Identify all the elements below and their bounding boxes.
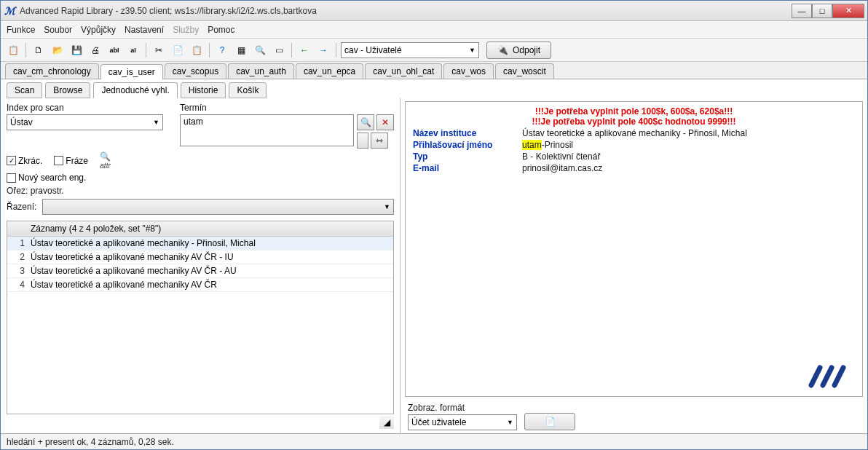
tab-cav-woscit[interactable]: cav_woscit <box>495 63 554 79</box>
plug-icon: 🔌 <box>497 45 508 55</box>
records-header-text: Záznamy (4 z 4 položek, set "#8") <box>31 224 161 234</box>
maximize-button[interactable]: □ <box>812 4 832 18</box>
newengine-label: Nový search eng. <box>18 173 86 183</box>
inst-value: Ústav teoretické a aplikované mechaniky … <box>522 128 747 138</box>
statusbar: hledání + present ok, 4 záznamů, 0,28 se… <box>1 433 867 449</box>
record-row[interactable]: 3 Ústav teoretické a aplikované mechanik… <box>7 264 393 278</box>
chevron-down-icon: ▼ <box>384 203 390 210</box>
copy-icon: 📄 <box>545 417 556 427</box>
zoom-icon[interactable]: 🔍 <box>252 42 268 58</box>
phrase-label: Fráze <box>66 156 88 166</box>
sort-select[interactable]: ▼ <box>42 199 394 215</box>
tab-cav-scopus[interactable]: cav_scopus <box>165 63 226 79</box>
cut-icon[interactable]: ✂ <box>151 42 167 58</box>
login-rest: -Prinosil <box>542 140 573 150</box>
status-text: hledání + present ok, 4 záznamů, 0,28 se… <box>7 437 174 447</box>
open-icon[interactable]: 📂 <box>50 42 66 58</box>
close-button[interactable]: ✕ <box>832 4 864 18</box>
save-icon[interactable]: 💾 <box>68 42 84 58</box>
svg-line-0 <box>811 368 820 385</box>
tab-cav-is-user[interactable]: cav_is_user <box>100 64 163 79</box>
tab-cav-un-epca[interactable]: cav_un_epca <box>296 63 363 79</box>
records-header: Záznamy (4 z 4 položek, set "#8") <box>7 221 393 237</box>
help-icon[interactable]: ? <box>214 42 230 58</box>
record-index: 3 <box>12 266 25 276</box>
checkbox-checked-icon: ✓ <box>7 156 16 165</box>
menu-vypujcky[interactable]: Výpůjčky <box>81 25 116 35</box>
forward-icon[interactable]: → <box>315 42 331 58</box>
separator <box>291 43 292 58</box>
new-icon[interactable]: 🗋 <box>31 42 47 58</box>
back-icon[interactable]: ← <box>296 42 312 58</box>
record-index: 2 <box>12 252 25 262</box>
abbrev-checkbox[interactable]: ✓ Zkrác. <box>7 156 42 166</box>
attr-text: attr <box>100 162 110 170</box>
grid-icon[interactable]: ▦ <box>233 42 249 58</box>
chevron-down-icon: ▼ <box>153 119 159 126</box>
menu-funkce[interactable]: Funkce <box>7 25 35 35</box>
menu-sluzby[interactable]: Služby <box>173 25 199 35</box>
record-text: Ústav teoretické a aplikované mechaniky … <box>31 280 217 290</box>
disconnect-label: Odpojit <box>513 45 540 55</box>
login-label: Přihlašovací jméno <box>413 140 522 150</box>
record-text: Ústav teoretické a aplikované mechaniky … <box>31 238 256 248</box>
window-title: Advanced Rapid Library - z39.50 client; … <box>20 6 792 16</box>
menu-nastaveni[interactable]: Nastavení <box>125 25 164 35</box>
magnifier-icon: 🔍 <box>100 151 111 162</box>
copy-icon[interactable]: 📄 <box>170 42 186 58</box>
tab-cav-wos[interactable]: cav_wos <box>443 63 494 79</box>
toggle-button[interactable] <box>357 133 368 149</box>
record-index: 4 <box>12 280 25 290</box>
sort-label: Řazení: <box>7 202 36 212</box>
disconnect-button[interactable]: 🔌 Odpojit <box>486 42 551 59</box>
attr-button[interactable]: 🔍 attr <box>100 151 111 170</box>
newengine-checkbox[interactable]: Nový search eng. <box>7 173 86 183</box>
detail-panel: !!!Je potřeba vyplnit pole 100$k, 600$a,… <box>405 101 863 397</box>
inst-label: Název instituce <box>413 128 522 138</box>
display-format-label: Zobraz. formát <box>408 403 517 413</box>
display-format-select[interactable]: Účet uživatele ▼ <box>408 414 517 430</box>
phrase-checkbox[interactable]: Fráze <box>54 156 88 166</box>
tab-cav-un-auth[interactable]: cav_un_auth <box>228 63 294 79</box>
atl-icon[interactable]: aI <box>125 42 141 58</box>
minimize-button[interactable]: — <box>792 4 812 18</box>
menu-soubor[interactable]: Soubor <box>44 25 72 35</box>
term-input[interactable]: utam <box>180 114 354 146</box>
record-row[interactable]: 1 Ústav teoretické a aplikované mechanik… <box>7 237 393 250</box>
subtab-history[interactable]: Historie <box>181 82 226 98</box>
index-select[interactable]: Ústav ▼ <box>7 114 163 130</box>
paste-icon[interactable]: 📋 <box>189 42 205 58</box>
mode-tabs: Scan Browse Jednoduché vyhl. Historie Ko… <box>1 79 867 98</box>
titlebar: ℳ Advanced Rapid Library - z39.50 client… <box>1 1 867 21</box>
menu-pomoc[interactable]: Pomoc <box>208 25 234 35</box>
abl-icon[interactable]: abI <box>106 42 122 58</box>
print-icon[interactable]: 🖨 <box>87 42 103 58</box>
separator <box>336 43 336 58</box>
copy-format-button[interactable]: 📄 <box>524 413 575 430</box>
record-row[interactable]: 2 Ústav teoretické a aplikované mechanik… <box>7 250 393 264</box>
clear-button[interactable]: ✕ <box>376 114 394 130</box>
subtab-browse[interactable]: Browse <box>45 82 90 98</box>
checkbox-icon <box>54 156 63 165</box>
expand-button[interactable]: ⇿ <box>371 133 388 149</box>
tab-cav-cm-chronology[interactable]: cav_cm_chronology <box>5 63 99 79</box>
records-list: Záznamy (4 z 4 položek, set "#8") 1 Ústa… <box>7 221 394 414</box>
corner-grip-icon[interactable]: ◢ <box>379 416 394 429</box>
term-value: utam <box>184 117 203 127</box>
warning-2: !!!Je potřeba vyplnit pole 400$c hodnoto… <box>413 117 855 127</box>
display-format-value: Účet uživatele <box>411 417 466 427</box>
record-row[interactable]: 4 Ústav teoretické a aplikované mechanik… <box>7 278 393 292</box>
subtab-scan[interactable]: Scan <box>7 82 42 98</box>
window-icon[interactable]: ▭ <box>271 42 287 58</box>
search-button[interactable]: 🔍 <box>357 114 374 130</box>
trim-label: Ořez: pravostr. <box>7 186 64 196</box>
tab-cav-un-ohl-cat[interactable]: cav_un_ohl_cat <box>365 63 442 79</box>
term-label: Termín <box>180 103 394 113</box>
subtab-basket[interactable]: Košík <box>229 82 267 98</box>
database-combo[interactable]: cav - Uživatelé ▼ <box>341 42 479 58</box>
subtab-simple-search[interactable]: Jednoduché vyhl. <box>93 82 177 98</box>
email-label: E-mail <box>413 163 522 173</box>
index-value: Ústav <box>10 117 33 127</box>
tool-icon[interactable]: 📋 <box>5 42 21 58</box>
chevron-down-icon: ▼ <box>469 47 476 54</box>
